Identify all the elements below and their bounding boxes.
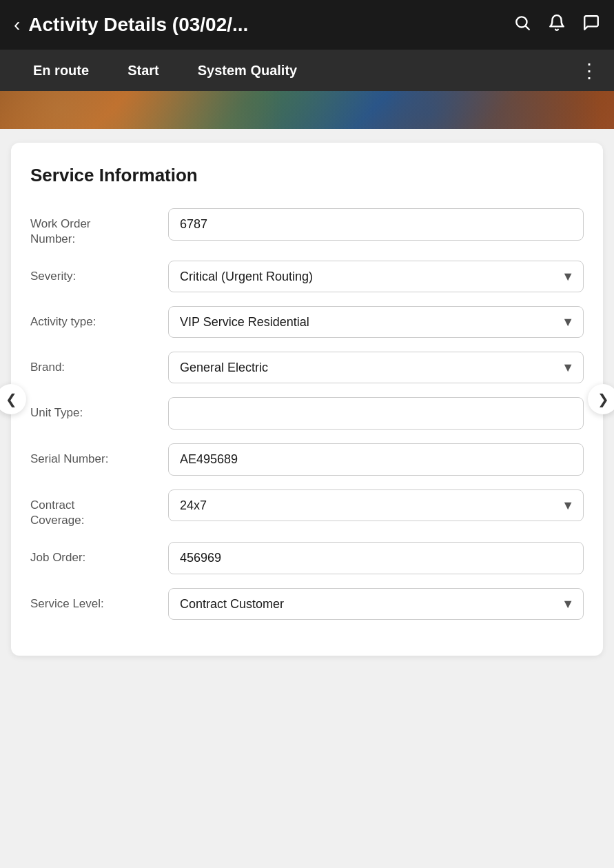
job-order-control — [168, 542, 584, 574]
brand-select[interactable]: General Electric Samsung LG Whirlpool — [168, 352, 584, 383]
work-order-row: Work OrderNumber: — [30, 208, 584, 247]
banner-image — [0, 91, 614, 129]
service-level-select[interactable]: Contract Customer Standard Premium — [168, 588, 584, 620]
work-order-input[interactable] — [168, 208, 584, 241]
work-order-label: Work OrderNumber: — [30, 208, 168, 247]
prev-nav-button[interactable]: ❮ — [0, 384, 26, 414]
service-level-select-wrapper: Contract Customer Standard Premium ▼ — [168, 588, 584, 620]
contract-coverage-row: ContractCoverage: 24x7 Business Hours No… — [30, 489, 584, 528]
toolbar-item-enroute[interactable]: En route — [14, 63, 108, 79]
severity-control: Critical (Urgent Routing) High Medium Lo… — [168, 261, 584, 292]
severity-row: Severity: Critical (Urgent Routing) High… — [30, 261, 584, 292]
service-level-row: Service Level: Contract Customer Standar… — [30, 588, 584, 620]
serial-number-label: Serial Number: — [30, 443, 168, 467]
header: ‹ Activity Details (03/02/... — [0, 0, 614, 50]
toolbar-item-start[interactable]: Start — [108, 63, 178, 79]
svg-line-1 — [526, 26, 529, 30]
unit-type-row: Unit Type: — [30, 397, 584, 430]
message-icon[interactable] — [582, 14, 600, 36]
job-order-row: Job Order: — [30, 542, 584, 574]
more-menu-button[interactable]: ⋮ — [580, 59, 600, 82]
search-icon[interactable] — [513, 14, 531, 36]
toolbar: En route Start System Quality ⋮ — [0, 50, 614, 91]
activity-type-label: Activity type: — [30, 306, 168, 330]
header-icons — [513, 14, 600, 36]
page-title: Activity Details (03/02/... — [28, 14, 513, 36]
brand-select-wrapper: General Electric Samsung LG Whirlpool ▼ — [168, 352, 584, 383]
activity-type-select-wrapper: VIP Service Residential Standard Residen… — [168, 306, 584, 338]
activity-type-row: Activity type: VIP Service Residential S… — [30, 306, 584, 338]
brand-row: Brand: General Electric Samsung LG Whirl… — [30, 352, 584, 383]
brand-control: General Electric Samsung LG Whirlpool ▼ — [168, 352, 584, 383]
unit-type-input[interactable] — [168, 397, 584, 430]
work-order-control — [168, 208, 584, 241]
contract-coverage-select[interactable]: 24x7 Business Hours None — [168, 489, 584, 521]
chevron-right-icon: ❯ — [597, 391, 609, 407]
next-nav-button[interactable]: ❯ — [588, 384, 614, 414]
severity-select[interactable]: Critical (Urgent Routing) High Medium Lo… — [168, 261, 584, 292]
severity-label: Severity: — [30, 261, 168, 284]
main-content: ❮ ❯ Service Information Work OrderNumber… — [0, 129, 614, 868]
toolbar-item-systemquality[interactable]: System Quality — [178, 63, 317, 79]
unit-type-control — [168, 397, 584, 430]
service-level-control: Contract Customer Standard Premium ▼ — [168, 588, 584, 620]
contract-coverage-control: 24x7 Business Hours None ▼ — [168, 489, 584, 521]
activity-type-control: VIP Service Residential Standard Residen… — [168, 306, 584, 338]
brand-label: Brand: — [30, 352, 168, 375]
bell-icon[interactable] — [548, 14, 566, 36]
contract-coverage-label: ContractCoverage: — [30, 489, 168, 528]
activity-type-select[interactable]: VIP Service Residential Standard Residen… — [168, 306, 584, 338]
serial-number-row: Serial Number: — [30, 443, 584, 476]
unit-type-label: Unit Type: — [30, 397, 168, 421]
job-order-input[interactable] — [168, 542, 584, 574]
job-order-label: Job Order: — [30, 542, 168, 565]
serial-number-input[interactable] — [168, 443, 584, 476]
chevron-left-icon: ❮ — [6, 391, 17, 407]
severity-select-wrapper: Critical (Urgent Routing) High Medium Lo… — [168, 261, 584, 292]
service-level-label: Service Level: — [30, 588, 168, 612]
serial-number-control — [168, 443, 584, 476]
back-button[interactable]: ‹ — [14, 14, 20, 36]
service-info-card: ❮ ❯ Service Information Work OrderNumber… — [11, 143, 603, 656]
card-title: Service Information — [30, 165, 584, 186]
contract-coverage-select-wrapper: 24x7 Business Hours None ▼ — [168, 489, 584, 521]
